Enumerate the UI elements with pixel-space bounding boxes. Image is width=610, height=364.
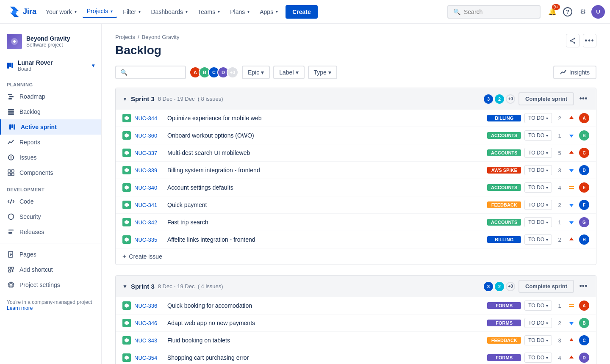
priority-icon[interactable]: [567, 131, 576, 140]
nav-plans[interactable]: Plans ▾: [226, 6, 254, 18]
status-button[interactable]: TO DO ▾: [524, 130, 552, 141]
assignee-avatar[interactable]: B: [579, 318, 589, 328]
notifications-button[interactable]: 🔔 9+: [546, 5, 559, 19]
assignee-avatar[interactable]: C: [579, 335, 589, 345]
assignee-avatar[interactable]: F: [579, 200, 589, 210]
complete-sprint-button-2[interactable]: Complete sprint: [518, 280, 574, 293]
filter-search-box[interactable]: 🔍: [115, 66, 186, 79]
issue-label[interactable]: ACCOUNTS: [487, 219, 521, 226]
assignee-avatar[interactable]: C: [579, 148, 589, 158]
nav-dashboards[interactable]: Dashboards ▾: [147, 6, 192, 18]
issue-summary[interactable]: Onboard workout options (OWO): [167, 132, 484, 139]
help-button[interactable]: ?: [561, 5, 574, 19]
issue-key[interactable]: NUC-346: [134, 320, 164, 326]
assignee-avatar[interactable]: D: [579, 165, 589, 175]
sprint-toggle-icon[interactable]: ▼: [122, 96, 128, 102]
sidebar-item-project-settings[interactable]: Project settings: [0, 277, 101, 292]
status-button[interactable]: TO DO ▾: [524, 200, 552, 210]
issue-label[interactable]: BILLING: [487, 115, 521, 121]
priority-icon[interactable]: [567, 336, 576, 345]
issue-label[interactable]: FEEDBACK: [487, 201, 521, 208]
breadcrumb-project-link[interactable]: Beyond Gravity: [142, 34, 180, 40]
sidebar-item-security[interactable]: Security: [0, 209, 101, 224]
sprint-toggle-icon[interactable]: ▼: [122, 284, 128, 290]
avatar-filter-more[interactable]: +3: [227, 66, 238, 78]
issue-key[interactable]: NUC-360: [134, 132, 164, 139]
issue-label[interactable]: FORMS: [487, 302, 521, 309]
issue-label[interactable]: FEEDBACK: [487, 337, 521, 344]
issue-summary[interactable]: Multi-dest search UI mobileweb: [167, 149, 484, 156]
assignee-avatar[interactable]: E: [579, 182, 589, 193]
complete-sprint-button-1[interactable]: Complete sprint: [518, 92, 574, 105]
user-avatar[interactable]: U: [591, 5, 605, 19]
priority-icon[interactable]: [567, 353, 576, 362]
priority-icon[interactable]: [567, 235, 576, 244]
sidebar-item-components[interactable]: Components: [0, 165, 101, 180]
issue-label[interactable]: FORMS: [487, 320, 521, 326]
sidebar-item-reports[interactable]: Reports: [0, 135, 101, 150]
priority-icon[interactable]: [567, 114, 576, 122]
priority-icon[interactable]: [567, 319, 576, 327]
assignee-avatar[interactable]: H: [579, 234, 589, 245]
issue-summary[interactable]: Fluid booking on tablets: [167, 337, 484, 344]
learn-more-link[interactable]: Learn more: [7, 305, 33, 311]
sidebar-item-issues[interactable]: Issues: [0, 150, 101, 165]
search-input[interactable]: [464, 8, 527, 15]
issue-key[interactable]: NUC-335: [134, 237, 164, 243]
sidebar-item-releases[interactable]: Releases: [0, 224, 101, 240]
label-filter-button[interactable]: Label ▾: [273, 66, 304, 79]
create-issue-1[interactable]: + Create issue: [116, 248, 596, 265]
nav-filter[interactable]: Filter ▾: [119, 6, 145, 18]
issue-summary[interactable]: Shopping cart purchasing error: [167, 354, 484, 361]
sprint-more-button-2[interactable]: •••: [577, 281, 589, 292]
sidebar-item-active-sprint[interactable]: Active sprint: [0, 119, 101, 135]
issue-label[interactable]: FORMS: [487, 354, 521, 361]
share-button[interactable]: [566, 34, 580, 47]
epic-filter-button[interactable]: Epic ▾: [242, 66, 270, 79]
sidebar-item-pages[interactable]: Pages: [0, 247, 101, 262]
assignee-avatar[interactable]: A: [579, 301, 589, 311]
sidebar-item-backlog[interactable]: Backlog: [0, 104, 101, 119]
priority-icon[interactable]: [567, 166, 576, 174]
issue-key[interactable]: NUC-340: [134, 185, 164, 191]
sidebar-item-roadmap[interactable]: Roadmap: [0, 89, 101, 104]
issue-summary[interactable]: Optimize experience for mobile web: [167, 115, 484, 121]
status-button[interactable]: TO DO ▾: [524, 165, 552, 175]
status-button[interactable]: TO DO ▾: [524, 148, 552, 158]
sidebar-item-add-shortcut[interactable]: Add shortcut: [0, 262, 101, 277]
issue-label[interactable]: ACCOUNTS: [487, 184, 521, 191]
issue-key[interactable]: NUC-342: [134, 219, 164, 226]
issue-summary[interactable]: Quick payment: [167, 201, 484, 208]
assignee-avatar[interactable]: D: [579, 353, 589, 363]
insights-button[interactable]: Insights: [553, 66, 596, 79]
type-filter-button[interactable]: Type ▾: [308, 66, 337, 79]
more-options-button[interactable]: •••: [583, 34, 596, 47]
issue-label[interactable]: ACCOUNTS: [487, 149, 521, 156]
create-button[interactable]: Create: [286, 5, 318, 19]
breadcrumb-projects-link[interactable]: Projects: [115, 34, 135, 40]
settings-button[interactable]: ⚙: [576, 5, 590, 19]
issue-key[interactable]: NUC-341: [134, 202, 164, 208]
nav-projects[interactable]: Projects ▾: [83, 5, 117, 18]
status-button[interactable]: TO DO ▾: [524, 182, 552, 193]
issue-key[interactable]: NUC-337: [134, 150, 164, 156]
priority-icon[interactable]: [567, 218, 576, 226]
sprint-more-button-1[interactable]: •••: [577, 93, 589, 105]
status-button[interactable]: TO DO ▾: [524, 335, 552, 345]
sprint-header-1[interactable]: ▼ Sprint 3 8 Dec - 19 Dec ( 8 issues) 3 …: [116, 88, 596, 110]
issue-key[interactable]: NUC-354: [134, 355, 164, 361]
issue-summary[interactable]: Adapt web app no new payments: [167, 320, 484, 326]
priority-icon[interactable]: [567, 201, 576, 209]
assignee-avatar[interactable]: B: [579, 130, 589, 141]
issue-key[interactable]: NUC-339: [134, 167, 164, 174]
sidebar-item-code[interactable]: Code: [0, 194, 101, 209]
issue-summary[interactable]: Account settings defaults: [167, 184, 484, 191]
issue-summary[interactable]: Affelite links integration - frontend: [167, 236, 484, 243]
app-logo[interactable]: Jira: [5, 6, 40, 18]
status-button[interactable]: TO DO ▾: [524, 353, 552, 363]
nav-your-work[interactable]: Your work ▾: [42, 6, 81, 18]
search-box[interactable]: 🔍: [447, 5, 541, 19]
status-button[interactable]: TO DO ▾: [524, 234, 552, 245]
issue-summary[interactable]: Fast trip search: [167, 219, 484, 226]
status-button[interactable]: TO DO ▾: [524, 301, 552, 311]
